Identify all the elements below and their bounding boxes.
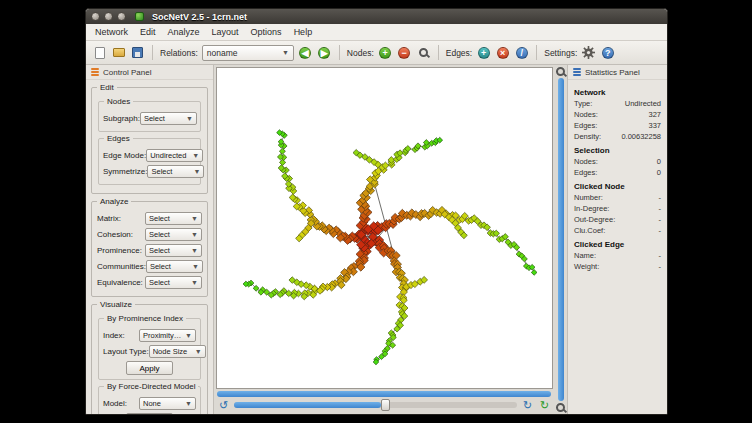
chevron-down-icon: ▼ xyxy=(194,168,201,175)
model-select[interactable]: None ▼ xyxy=(139,397,196,410)
prominence-index-title: By Prominence Index xyxy=(104,314,186,323)
index-select[interactable]: Proximity Pres ▼ xyxy=(139,329,196,342)
equivalence-row: Equivalence: Select ▼ xyxy=(97,276,202,289)
remove-edge-button[interactable]: × xyxy=(495,45,510,60)
apply-prominence-button[interactable]: Apply xyxy=(126,361,172,375)
matrix-value: Select xyxy=(149,214,189,223)
menu-options[interactable]: Options xyxy=(245,26,288,38)
rotate-right-icon[interactable]: ↻ xyxy=(521,399,534,411)
graph-canvas[interactable] xyxy=(216,67,553,389)
zoom-column xyxy=(554,65,567,414)
help-button[interactable]: ? xyxy=(600,45,615,60)
stat-row-edges: Edges: 337 xyxy=(574,121,661,130)
visualize-group-title: Visualize xyxy=(97,300,135,309)
apply-force-button[interactable]: Apply xyxy=(126,413,172,414)
nodes-subgroup-title: Nodes xyxy=(104,97,133,106)
stat-row-sel-nodes: Nodes: 0 xyxy=(574,157,661,166)
edge-name-label: Name: xyxy=(574,251,596,260)
stat-row-outdegree: Out-Degree: - xyxy=(574,215,661,224)
clicked-edge-section-title: Clicked Edge xyxy=(574,240,661,249)
sel-edges-label: Edges: xyxy=(574,168,597,177)
equivalence-select[interactable]: Select ▼ xyxy=(145,276,202,289)
subgraph-value: Select xyxy=(144,114,184,123)
save-network-button[interactable] xyxy=(130,45,145,60)
edit-edge-button[interactable]: / xyxy=(514,45,529,60)
symmetrize-label: Symmetrize: xyxy=(103,167,147,176)
cohesion-select[interactable]: Select ▼ xyxy=(145,228,202,241)
settings-button[interactable] xyxy=(581,45,596,60)
relations-value: noname xyxy=(207,48,276,58)
statistics-panel: Statistics Panel Network Type: Undirecte… xyxy=(567,65,667,414)
minimize-button[interactable] xyxy=(104,12,113,21)
rotation-slider[interactable] xyxy=(234,402,517,408)
edges-subgroup: Edges Edge Mode: Undirected ▼ Symmetrize… xyxy=(98,138,201,185)
zoom-out-icon[interactable] xyxy=(556,403,565,412)
matrix-select[interactable]: Select ▼ xyxy=(145,212,202,225)
menu-network[interactable]: Network xyxy=(89,26,134,38)
statistics-body: Network Type: Undirected Nodes: 327 Edge… xyxy=(568,80,667,276)
outdegree-label: Out-Degree: xyxy=(574,215,615,224)
edge-mode-select[interactable]: Undirected ▼ xyxy=(146,149,203,162)
menu-help[interactable]: Help xyxy=(288,26,319,38)
menu-layout[interactable]: Layout xyxy=(206,26,245,38)
arrow-right-icon: ▶ xyxy=(318,47,330,59)
remove-edge-icon: × xyxy=(497,47,509,59)
add-node-button[interactable]: + xyxy=(378,45,393,60)
main-toolbar: Relations: noname ▼ ◀ ▶ Nodes: + − Edges… xyxy=(86,41,667,65)
save-icon xyxy=(132,47,143,58)
horizontal-zoom-slider[interactable] xyxy=(217,391,551,397)
chevron-down-icon: ▼ xyxy=(192,263,199,270)
relations-combobox[interactable]: noname ▼ xyxy=(202,45,294,61)
clicked-node-section-title: Clicked Node xyxy=(574,182,661,191)
main-area: Control Panel Edit Nodes Subgraph: Selec… xyxy=(86,65,667,414)
vertical-zoom-slider[interactable] xyxy=(558,78,564,401)
layout-type-label: Layout Type: xyxy=(103,347,149,356)
canvas-column: ↺ ↻ ↻ xyxy=(214,65,554,414)
communities-row: Communities: Select ▼ xyxy=(97,260,202,273)
open-network-button[interactable] xyxy=(111,45,126,60)
maximize-button[interactable] xyxy=(117,12,126,21)
rotate-left-icon[interactable]: ↺ xyxy=(217,399,230,411)
symmetrize-value: Select xyxy=(151,167,191,176)
stat-row-density: Density: 0.00632258 xyxy=(574,132,661,141)
stat-row-indegree: In-Degree: - xyxy=(574,204,661,213)
chevron-down-icon: ▼ xyxy=(185,400,192,407)
help-icon: ? xyxy=(602,47,614,59)
next-relation-button[interactable]: ▶ xyxy=(317,45,332,60)
add-edge-button[interactable]: + xyxy=(476,45,491,60)
zoom-in-icon[interactable] xyxy=(556,67,565,76)
control-panel: Control Panel Edit Nodes Subgraph: Selec… xyxy=(86,65,214,414)
window-title: SocNetV 2.5 - 1crn.net xyxy=(152,12,247,22)
density-label: Density: xyxy=(574,132,601,141)
title-bar[interactable]: SocNetV 2.5 - 1crn.net xyxy=(86,9,667,24)
clucoef-label: Clu.Coef: xyxy=(574,226,605,235)
edit-group-title: Edit xyxy=(97,83,117,92)
symmetrize-select[interactable]: Select ▼ xyxy=(147,165,204,178)
edge-weight-value: - xyxy=(659,262,662,271)
close-button[interactable] xyxy=(91,12,100,21)
matrix-row: Matrix: Select ▼ xyxy=(97,212,202,225)
edges-subgroup-title: Edges xyxy=(104,134,133,143)
edit-group: Edit Nodes Subgraph: Select ▼ Edges xyxy=(91,87,208,194)
statistics-panel-icon xyxy=(573,68,581,76)
network-graph[interactable] xyxy=(217,68,552,388)
previous-relation-button[interactable]: ◀ xyxy=(298,45,313,60)
control-panel-icon xyxy=(91,68,99,76)
remove-node-button[interactable]: − xyxy=(397,45,412,60)
new-network-button[interactable] xyxy=(92,45,107,60)
menu-edit[interactable]: Edit xyxy=(134,26,162,38)
graph-node[interactable] xyxy=(279,148,285,154)
index-label: Index: xyxy=(103,331,125,340)
arrow-left-icon: ◀ xyxy=(299,47,311,59)
stat-row-number: Number: - xyxy=(574,193,661,202)
prominence-select[interactable]: Select ▼ xyxy=(145,244,202,257)
menu-analyze[interactable]: Analyze xyxy=(162,26,206,38)
layout-type-select[interactable]: Node Size ▼ xyxy=(149,345,206,358)
communities-select[interactable]: Select ▼ xyxy=(146,260,203,273)
reset-view-icon[interactable]: ↻ xyxy=(538,399,551,411)
find-node-button[interactable] xyxy=(416,45,431,60)
stat-row-edge-weight: Weight: - xyxy=(574,262,661,271)
analyze-group-title: Analyze xyxy=(97,197,131,206)
rotation-slider-handle[interactable] xyxy=(381,399,390,411)
subgraph-select[interactable]: Select ▼ xyxy=(140,112,197,125)
